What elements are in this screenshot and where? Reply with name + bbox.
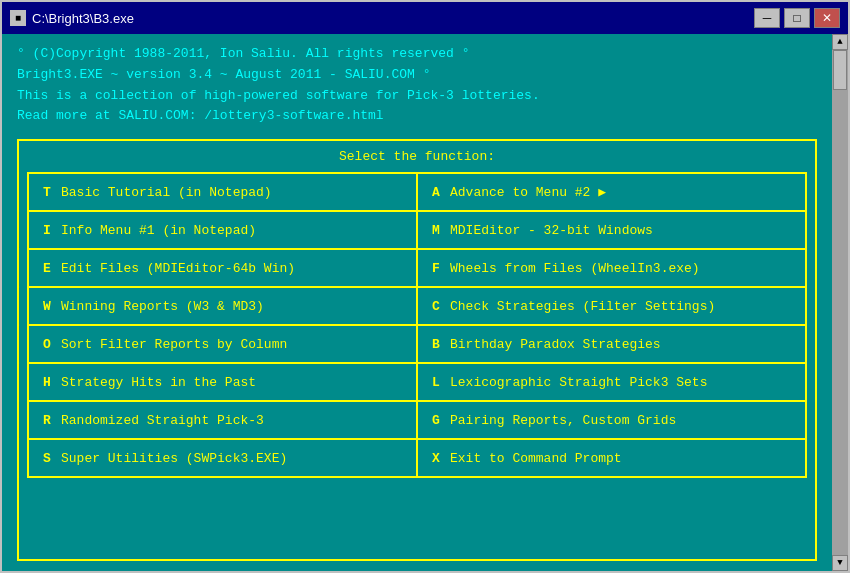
- menu-key-A: A: [422, 185, 450, 200]
- menu-key-X: X: [422, 451, 450, 466]
- menu-label-S: Super Utilities (SWPick3.EXE): [61, 451, 412, 466]
- menu-key-E: E: [33, 261, 61, 276]
- menu-label-G: Pairing Reports, Custom Grids: [450, 413, 801, 428]
- menu-cell-E[interactable]: E Edit Files (MDIEditor-64b Win): [28, 249, 417, 287]
- menu-key-B: B: [422, 337, 450, 352]
- header-section: ° (C)Copyright 1988-2011, Ion Saliu. All…: [17, 44, 817, 127]
- window-title: C:\Bright3\B3.exe: [32, 11, 134, 26]
- menu-cell-S[interactable]: S Super Utilities (SWPick3.EXE): [28, 439, 417, 477]
- title-bar-left: ■ C:\Bright3\B3.exe: [10, 10, 134, 26]
- menu-label-I: Info Menu #1 (in Notepad): [61, 223, 412, 238]
- menu-label-H: Strategy Hits in the Past: [61, 375, 412, 390]
- menu-key-I: I: [33, 223, 61, 238]
- menu-cell-A[interactable]: A Advance to Menu #2 ▶: [417, 173, 806, 211]
- main-window: ■ C:\Bright3\B3.exe ─ □ ✕ ° (C)Copyright…: [0, 0, 850, 573]
- scroll-down-button[interactable]: ▼: [832, 555, 848, 571]
- menu-label-E: Edit Files (MDIEditor-64b Win): [61, 261, 412, 276]
- menu-cell-C[interactable]: C Check Strategies (Filter Settings): [417, 287, 806, 325]
- menu-key-R: R: [33, 413, 61, 428]
- menu-key-W: W: [33, 299, 61, 314]
- menu-label-L: Lexicographic Straight Pick3 Sets: [450, 375, 801, 390]
- menu-key-F: F: [422, 261, 450, 276]
- header-line2: Bright3.EXE ~ version 3.4 ~ August 2011 …: [17, 65, 817, 86]
- menu-cell-M[interactable]: M MDIEditor - 32-bit Windows: [417, 211, 806, 249]
- menu-title: Select the function:: [27, 149, 807, 164]
- menu-label-W: Winning Reports (W3 & MD3): [61, 299, 412, 314]
- menu-grid: T Basic Tutorial (in Notepad) A Advance …: [27, 172, 807, 478]
- menu-label-A: Advance to Menu #2 ▶: [450, 184, 801, 200]
- menu-cell-R[interactable]: R Randomized Straight Pick-3: [28, 401, 417, 439]
- menu-key-H: H: [33, 375, 61, 390]
- menu-cell-H[interactable]: H Strategy Hits in the Past: [28, 363, 417, 401]
- menu-cell-G[interactable]: G Pairing Reports, Custom Grids: [417, 401, 806, 439]
- menu-label-M: MDIEditor - 32-bit Windows: [450, 223, 801, 238]
- menu-label-O: Sort Filter Reports by Column: [61, 337, 412, 352]
- menu-label-B: Birthday Paradox Strategies: [450, 337, 801, 352]
- menu-cell-B[interactable]: B Birthday Paradox Strategies: [417, 325, 806, 363]
- menu-cell-T[interactable]: T Basic Tutorial (in Notepad): [28, 173, 417, 211]
- menu-key-C: C: [422, 299, 450, 314]
- menu-container: Select the function: T Basic Tutorial (i…: [17, 139, 817, 561]
- scrollbar[interactable]: ▲ ▼: [832, 34, 848, 571]
- menu-label-C: Check Strategies (Filter Settings): [450, 299, 801, 314]
- menu-key-O: O: [33, 337, 61, 352]
- main-content: ° (C)Copyright 1988-2011, Ion Saliu. All…: [2, 34, 832, 571]
- header-line4: Read more at SALIU.COM: /lottery3-softwa…: [17, 106, 817, 127]
- scroll-up-button[interactable]: ▲: [832, 34, 848, 50]
- close-button[interactable]: ✕: [814, 8, 840, 28]
- menu-label-R: Randomized Straight Pick-3: [61, 413, 412, 428]
- menu-label-X: Exit to Command Prompt: [450, 451, 801, 466]
- menu-key-M: M: [422, 223, 450, 238]
- menu-cell-W[interactable]: W Winning Reports (W3 & MD3): [28, 287, 417, 325]
- menu-key-L: L: [422, 375, 450, 390]
- scroll-thumb[interactable]: [833, 50, 847, 90]
- menu-key-T: T: [33, 185, 61, 200]
- scroll-track: [832, 50, 848, 555]
- menu-label-F: Wheels from Files (WheelIn3.exe): [450, 261, 801, 276]
- window-icon: ■: [10, 10, 26, 26]
- header-line3: This is a collection of high-powered sof…: [17, 86, 817, 107]
- menu-key-S: S: [33, 451, 61, 466]
- title-bar: ■ C:\Bright3\B3.exe ─ □ ✕: [2, 2, 848, 34]
- menu-label-T: Basic Tutorial (in Notepad): [61, 185, 412, 200]
- menu-cell-X[interactable]: X Exit to Command Prompt: [417, 439, 806, 477]
- menu-cell-I[interactable]: I Info Menu #1 (in Notepad): [28, 211, 417, 249]
- menu-cell-F[interactable]: F Wheels from Files (WheelIn3.exe): [417, 249, 806, 287]
- header-line1: ° (C)Copyright 1988-2011, Ion Saliu. All…: [17, 44, 817, 65]
- menu-cell-O[interactable]: O Sort Filter Reports by Column: [28, 325, 417, 363]
- maximize-button[interactable]: □: [784, 8, 810, 28]
- menu-key-G: G: [422, 413, 450, 428]
- menu-cell-L[interactable]: L Lexicographic Straight Pick3 Sets: [417, 363, 806, 401]
- title-bar-controls: ─ □ ✕: [754, 8, 840, 28]
- minimize-button[interactable]: ─: [754, 8, 780, 28]
